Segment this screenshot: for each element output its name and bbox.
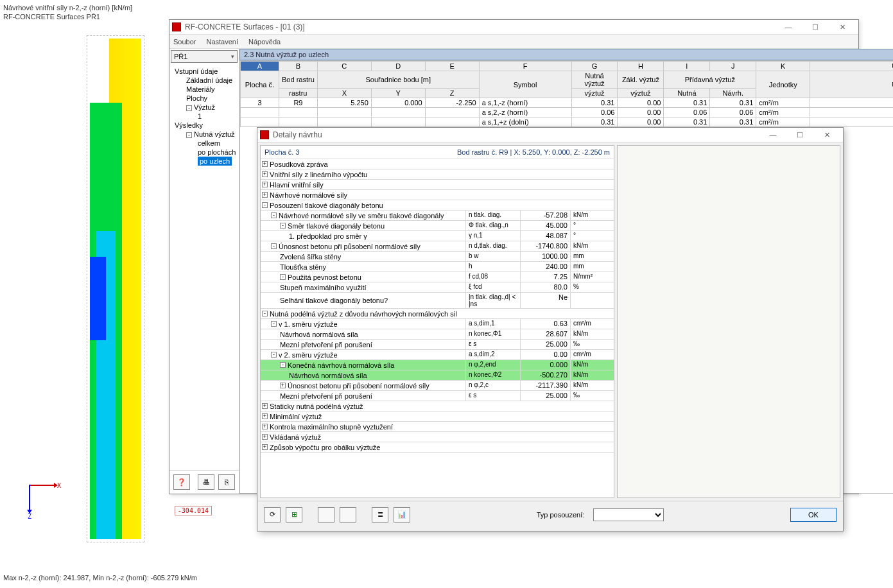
table-row[interactable]: a s,2,-z (horní)0.060.000.060.06cm²/m [241,108,894,117]
tree-reinf-1[interactable]: 1 [171,112,238,121]
tree-surfaces[interactable]: Plochy [171,94,238,103]
detail-row[interactable]: Selhání tlakové diagonály betonu?|n tlak… [261,293,614,309]
next-button[interactable] [340,507,356,523]
close-button[interactable]: ✕ [813,128,840,141]
expand-icon[interactable]: - [262,202,268,208]
main-titlebar[interactable]: RF-CONCRETE Surfaces - [01 (3)] — ☐ ✕ [169,20,858,35]
detail-row[interactable]: +Návrhové normálové síly [261,190,614,200]
minimize-button[interactable]: — [759,128,786,141]
nav-tree[interactable]: Vstupní údaje Základní údaje Materiály P… [169,64,239,470]
detail-row[interactable]: -Použitá pevnost betonuf cd,087.25N/mm² [261,272,614,282]
col-a[interactable]: A [241,62,279,71]
detail-row[interactable]: -Nutná podélná výztuž z důvodu návrhovýc… [261,309,614,319]
expand-icon[interactable]: + [262,171,268,177]
detail-titlebar[interactable]: Detaily návrhu — ☐ ✕ [257,128,843,143]
results-table[interactable]: A B C D E F G H I J K Upozornění [240,61,893,127]
tree-total[interactable]: celkem [171,139,238,148]
detail-row[interactable]: 1. předpoklad pro směr γγ n,148.087° [261,231,614,241]
detail-row[interactable]: +Staticky nutná podélná výztuž [261,401,614,411]
tree-required-reinf[interactable]: -Nutná výztuž [171,130,238,139]
detail-row[interactable]: Stupeň maximálního využitíξ fcd80.0% [261,282,614,293]
maximize-button[interactable]: ☐ [802,21,829,33]
tree-results[interactable]: Výsledky [171,121,238,130]
detail-row[interactable]: -Posouzení tlakové diagonály betonu [261,200,614,211]
detail-row[interactable]: +Vnitřní síly z lineárního výpočtu [261,169,614,180]
ok-button[interactable]: OK [790,508,837,522]
expand-icon[interactable]: + [262,434,268,440]
tree-reinforcement[interactable]: -Výztuž [171,103,238,112]
maximize-button[interactable]: ☐ [786,128,813,141]
tree-by-nodes[interactable]: po uzlech [171,157,238,166]
col-e[interactable]: E [425,62,479,71]
expand-icon[interactable]: - [280,274,286,280]
expand-icon[interactable]: - [271,212,277,218]
detail-row[interactable]: +Únosnost betonu při působení normálové … [261,381,614,391]
minimize-button[interactable]: — [775,21,802,33]
detail-row[interactable]: +Minimální výztuž [261,411,614,422]
tree-basic-data[interactable]: Základní údaje [171,76,238,85]
expand-icon[interactable]: + [262,192,268,198]
col-k[interactable]: K [756,62,810,71]
expand-icon[interactable]: - [280,362,286,368]
detail-row[interactable]: -Návrhové normálové síly ve směru tlakov… [261,211,614,221]
detail-row[interactable]: Mezní přetvoření při porušeníε s25.000‰ [261,391,614,401]
expand-icon[interactable]: - [271,243,277,249]
col-i[interactable]: I [664,62,710,71]
detail-row[interactable]: Návrhová normálová sílan konec,Φ2-500.27… [261,370,614,381]
tree-materials[interactable]: Materiály [171,85,238,94]
detail-row[interactable]: Zvolená šířka stěnyb w1000.00mm [261,252,614,262]
col-b[interactable]: B [279,62,317,71]
case-combo[interactable]: PŘ1 ▾ [171,50,238,63]
excel-icon[interactable]: ⊞ [286,507,302,523]
tree-expand-icon[interactable]: - [186,132,192,138]
detail-row[interactable]: +Způsob výpočtu pro obálku výztuže [261,442,614,453]
col-h[interactable]: H [618,62,664,71]
detail-row[interactable]: Mezní přetvoření při porušeníε s25.000‰ [261,340,614,350]
col-warn[interactable]: Upozornění [810,62,893,71]
detail-row[interactable]: +Posudková zpráva [261,159,614,169]
col-j[interactable]: J [710,62,756,71]
tree-expand-icon[interactable]: - [186,105,192,111]
menu-file[interactable]: Soubor [173,38,196,46]
detail-rows[interactable]: +Posudková zpráva+Vnitřní síly z lineárn… [261,159,614,497]
expand-icon[interactable]: + [262,444,268,450]
detail-row[interactable]: +Vkládaná výztuž [261,432,614,442]
chart-icon[interactable]: 📊 [394,507,410,523]
col-d[interactable]: D [371,62,425,71]
expand-icon[interactable]: + [262,413,268,419]
menu-settings[interactable]: Nastavení [206,38,238,46]
export-icon[interactable]: ⎘ [218,474,235,490]
tree-by-surfaces[interactable]: po plochách [171,148,238,157]
expand-icon[interactable]: - [271,321,277,327]
detail-row[interactable]: +Kontrola maximálního stupně vyztužení [261,422,614,432]
detail-row[interactable]: Tloušťka stěnyh240.00mm [261,262,614,272]
refresh-icon[interactable]: ⟳ [264,507,281,523]
detail-row[interactable]: -v 1. směru výztužea s,dim,10.63cm²/m [261,319,614,329]
expand-icon[interactable]: - [280,223,286,229]
detail-row[interactable]: -Konečná návrhová normálová sílan φ,2,en… [261,360,614,370]
prev-button[interactable] [318,507,334,523]
expand-icon[interactable]: + [262,161,268,167]
table-row[interactable]: 3R95.2500.000-2.250a s,1,-z (horní)0.310… [241,98,894,108]
detail-row[interactable]: Návrhová normálová sílan konec,Φ128.607k… [261,329,614,340]
expand-icon[interactable]: + [262,182,268,187]
list-icon[interactable]: ≣ [372,507,388,523]
detail-row[interactable]: -Směr tlakové diagonály betonuΦ tlak. di… [261,221,614,231]
close-button[interactable]: ✕ [829,21,856,33]
menu-help[interactable]: Nápověda [248,38,281,46]
expand-icon[interactable]: + [262,403,268,409]
detail-row[interactable]: -v 2. směru výztužea s,dim,20.00cm²/m [261,350,614,360]
detail-row[interactable]: -Únosnost betonu při působení normálové … [261,241,614,252]
help-icon[interactable]: ❓ [173,474,190,490]
col-f[interactable]: F [479,62,571,71]
tree-input-data[interactable]: Vstupní údaje [171,67,238,76]
expand-icon[interactable]: - [262,311,268,316]
col-c[interactable]: C [317,62,371,71]
expand-icon[interactable]: + [280,383,286,388]
expand-icon[interactable]: + [262,424,268,429]
detail-row[interactable]: +Hlavní vnitřní síly [261,180,614,190]
print-icon[interactable]: 🖶 [198,474,214,490]
expand-icon[interactable]: - [271,352,277,358]
design-type-select[interactable] [593,508,664,521]
col-g[interactable]: G [571,62,618,71]
